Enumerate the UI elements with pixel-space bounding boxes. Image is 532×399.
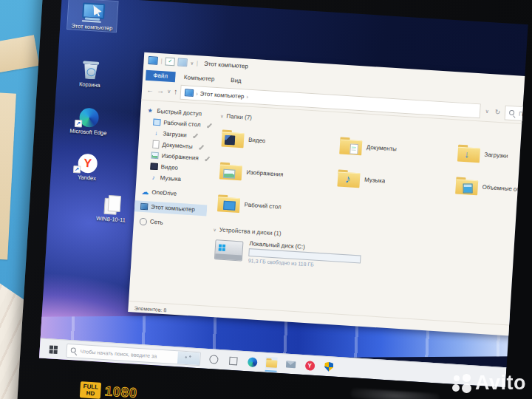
taskbar-search-input[interactable]: Чтобы начать поиск, введите за — [66, 343, 201, 365]
onedrive-cloud-icon: ☁ — [141, 188, 149, 196]
qat-dropdown-icon[interactable]: ∨ — [190, 60, 194, 65]
taskbar-mail-button[interactable] — [284, 358, 297, 370]
videos-icon — [150, 163, 158, 171]
yandex-browser-icon: Y — [304, 361, 315, 371]
desktop-icon-this-pc[interactable]: Этот компьютер — [67, 0, 117, 32]
shortcut-arrow-icon: ↗ — [73, 166, 81, 174]
shortcut-arrow-icon: ↗ — [75, 120, 83, 128]
breadcrumb-location[interactable]: Этот компьютер — [200, 90, 244, 100]
laptop-brand-logo — [350, 388, 440, 399]
drive-icon — [214, 239, 244, 261]
forward-button[interactable]: → — [157, 87, 165, 95]
pin-icon — [206, 122, 212, 129]
taskbar-yandex-button[interactable]: Y — [304, 359, 316, 372]
nav-this-pc[interactable]: Этот компьютер — [134, 200, 208, 216]
nav-onedrive[interactable]: ☁ OneDrive — [135, 185, 208, 201]
taskbar-edge-button[interactable] — [246, 355, 259, 368]
this-pc-small-icon — [140, 202, 149, 211]
task-view-button[interactable] — [227, 355, 239, 367]
laptop-screen: Этот компьютер Корзина ↗ Microsoft Edge … — [39, 0, 528, 387]
watermark-text: Avito — [475, 372, 526, 395]
desktop-icon-label: Microsoft Edge — [64, 127, 112, 137]
section-title: Устройства и диски (1) — [219, 226, 282, 236]
desktop-icon-recycle-bin[interactable]: Корзина — [65, 56, 115, 89]
address-dropdown-icon[interactable]: ∨ — [483, 109, 491, 115]
folder-icon — [217, 194, 240, 213]
desktop-icon-yandex[interactable]: Y ↗ Yandex — [62, 149, 112, 183]
this-pc-icon — [68, 0, 118, 24]
collapse-chevron-icon[interactable]: ∨ — [220, 113, 224, 118]
laptop-bezel: Этот компьютер Корзина ↗ Microsoft Edge … — [13, 0, 532, 399]
nav-label: Быстрый доступ — [157, 108, 202, 117]
desktop-icon-edge[interactable]: ↗ Microsoft Edge — [64, 103, 114, 137]
nav-label: OneDrive — [151, 189, 177, 197]
refresh-icon[interactable]: ↻ — [493, 108, 502, 116]
edge-icon — [247, 357, 257, 367]
wall-tape — [0, 93, 16, 260]
start-button[interactable] — [47, 343, 59, 355]
windows-logo-icon — [49, 345, 58, 354]
search-highlight-graphic — [177, 351, 200, 365]
nav-network[interactable]: Сеть — [133, 215, 206, 231]
separator: | — [160, 58, 163, 64]
defender-shield-icon — [324, 361, 334, 372]
window-title: Этот компьютер — [204, 60, 248, 69]
tab-view[interactable]: Вид — [223, 75, 249, 86]
open-app-indicator — [265, 370, 276, 372]
tab-file[interactable]: Файл — [146, 70, 175, 82]
folder-label: Объемные объекты — [482, 183, 528, 194]
nav-label: Документы — [162, 141, 193, 150]
nav-label: Музыка — [160, 174, 181, 183]
taskbar-explorer-button[interactable] — [265, 357, 278, 369]
desktop-icon-label: Корзина — [65, 80, 114, 89]
desktop-icon-label: Этот компьютер — [67, 22, 116, 32]
nav-label: Загрузки — [163, 130, 187, 138]
wall-tape — [0, 35, 39, 72]
taskbar-search-placeholder: Чтобы начать поиск, введите за — [81, 349, 157, 358]
up-button[interactable]: ↑ — [174, 88, 178, 95]
desktop-icon-win8-10-11[interactable]: WIN8-10-11 — [86, 191, 137, 224]
edge-icon: ↗ — [64, 103, 115, 129]
cortana-icon — [209, 355, 219, 364]
folder-label: Документы — [366, 143, 398, 152]
cortana-button[interactable] — [208, 353, 220, 366]
section-title: Папки (7) — [226, 112, 252, 120]
properties-icon[interactable]: ✓ — [165, 57, 175, 66]
folder-label: Загрузки — [484, 151, 508, 159]
item-count: Элементов: 8 — [134, 305, 166, 313]
folder-icon — [222, 129, 245, 148]
recycle-bin-icon — [66, 56, 116, 81]
back-button[interactable]: ← — [146, 86, 154, 95]
chevron-icon: › — [196, 90, 198, 97]
explorer-window: | ✓ ∨ | Этот компьютер Файл Компьютер Ви… — [128, 52, 528, 341]
network-icon — [140, 217, 148, 225]
nav-label: Этот компьютер — [151, 204, 195, 214]
task-view-icon — [229, 356, 238, 365]
recent-locations-icon[interactable]: ∨ — [167, 88, 171, 95]
desktop-icon-label: Yandex — [62, 173, 111, 183]
search-icon — [509, 109, 516, 117]
nav-label: Изображения — [161, 152, 199, 161]
chevron-icon[interactable]: › — [246, 93, 248, 100]
pin-icon — [192, 132, 199, 139]
nav-label: Рабочий стол — [163, 119, 201, 128]
pin-icon — [198, 144, 205, 151]
breadcrumb-pc-icon — [185, 89, 194, 97]
file-explorer-icon — [265, 358, 277, 368]
avito-watermark: Avito — [452, 372, 526, 395]
star-icon: ★ — [146, 107, 154, 115]
taskbar-defender-button[interactable] — [323, 361, 335, 373]
nav-label: Видео — [160, 163, 178, 171]
folder-music[interactable]: ♪ Музыка — [337, 161, 457, 201]
fullhd-sticker: FULL HD 1080 — [80, 381, 138, 399]
documents-icon — [151, 140, 160, 149]
yandex-icon: Y ↗ — [63, 149, 113, 174]
folder-desktop[interactable]: Рабочий стол — [216, 186, 336, 226]
folder-3d-objects[interactable]: Объемные объекты — [454, 169, 528, 209]
folder-icon — [455, 177, 478, 195]
new-folder-icon[interactable] — [177, 58, 188, 66]
folder-icon: ↓ — [457, 144, 480, 163]
collapse-chevron-icon[interactable]: ∨ — [213, 226, 216, 231]
folder-icon: ♪ — [337, 169, 360, 188]
installer-files-icon — [86, 191, 137, 216]
